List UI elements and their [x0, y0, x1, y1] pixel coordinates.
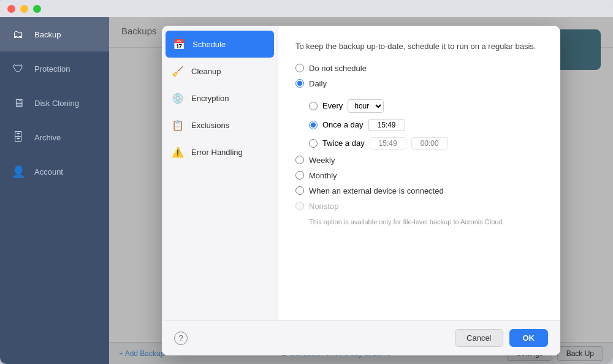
option-when-external[interactable]: When an external device is connected — [295, 186, 543, 195]
archive-icon: 🗄 — [10, 129, 27, 146]
sidebar-item-backup[interactable]: 🗂 Backup — [0, 17, 109, 51]
ok-button[interactable]: OK — [509, 329, 549, 347]
sidebar-item-disk-cloning[interactable]: 🖥 Disk Cloning — [0, 86, 109, 120]
main-content: Backups Documents ite4TB 1.64 TB free ea… — [109, 17, 613, 364]
radio-monthly[interactable] — [295, 171, 304, 180]
protection-icon: 🛡 — [10, 60, 27, 77]
sidebar: 🗂 Backup 🛡 Protection 🖥 Disk Cloning 🗄 A… — [0, 17, 109, 364]
backup-icon: 🗂 — [10, 26, 27, 43]
label-once-a-day: Once a day — [322, 120, 364, 129]
sidebar-label-disk-cloning: Disk Cloning — [34, 99, 79, 108]
schedule-options: Do not schedule Daily — [295, 64, 543, 226]
dialog-sidebar-item-schedule[interactable]: 📅 Schedule — [166, 31, 274, 58]
label-do-not-schedule: Do not schedule — [309, 64, 367, 73]
encryption-icon: 💿 — [170, 91, 185, 105]
option-twice-a-day: Twice a day — [309, 137, 543, 150]
sidebar-item-account[interactable]: 👤 Account — [0, 154, 109, 189]
dialog-sidebar-item-error-handling[interactable]: ⚠️ Error Handling — [162, 138, 278, 165]
titlebar — [0, 0, 613, 17]
radio-daily[interactable] — [295, 79, 304, 88]
dialog-backdrop: 📅 Schedule 🧹 Cleanup 💿 Encryption — [109, 17, 613, 364]
dialog-sidebar-label-cleanup: Cleanup — [191, 67, 221, 76]
label-every: Every — [322, 101, 343, 110]
disk-cloning-icon: 🖥 — [10, 94, 27, 112]
app-body: 🗂 Backup 🛡 Protection 🖥 Disk Cloning 🗄 A… — [0, 17, 613, 364]
option-once-a-day: Once a day — [309, 119, 543, 131]
dialog-main: To keep the backup up-to-date, schedule … — [278, 26, 560, 320]
option-nonstop[interactable]: Nonstop — [295, 202, 543, 211]
label-when-external: When an external device is connected — [309, 186, 444, 195]
label-weekly: Weekly — [309, 156, 335, 165]
label-twice-a-day: Twice a day — [322, 138, 365, 148]
label-daily: Daily — [309, 79, 327, 88]
radio-when-external[interactable] — [295, 186, 304, 195]
dialog-sidebar-item-encryption[interactable]: 💿 Encryption — [162, 85, 278, 112]
maximize-button[interactable] — [33, 5, 41, 13]
radio-weekly[interactable] — [295, 156, 304, 164]
sidebar-label-archive: Archive — [34, 133, 61, 142]
dialog-sidebar-item-cleanup[interactable]: 🧹 Cleanup — [162, 58, 278, 85]
option-every: Every hour — [309, 99, 543, 113]
sidebar-label-account: Account — [34, 167, 63, 176]
nonstop-note: This option is available only for file-l… — [309, 218, 543, 226]
sidebar-item-archive[interactable]: 🗄 Archive — [0, 120, 109, 154]
cleanup-icon: 🧹 — [170, 64, 185, 78]
help-button[interactable]: ? — [174, 332, 188, 345]
time-input-twice-2[interactable] — [411, 137, 448, 150]
sidebar-label-backup: Backup — [34, 30, 61, 39]
sidebar-label-protection: Protection — [34, 64, 70, 74]
dialog-sidebar: 📅 Schedule 🧹 Cleanup 💿 Encryption — [162, 26, 278, 320]
time-input-twice-1[interactable] — [370, 137, 406, 150]
option-do-not-schedule[interactable]: Do not schedule — [295, 64, 543, 73]
dialog-sidebar-label-encryption: Encryption — [191, 94, 229, 103]
dialog-sidebar-label-exclusions: Exclusions — [191, 121, 229, 130]
dialog-footer: ? Cancel OK — [162, 320, 560, 355]
app-window: 🗂 Backup 🛡 Protection 🖥 Disk Cloning 🗄 A… — [0, 0, 613, 364]
dialog-body: 📅 Schedule 🧹 Cleanup 💿 Encryption — [162, 26, 560, 320]
radio-do-not-schedule[interactable] — [295, 64, 304, 72]
minimize-button[interactable] — [20, 5, 28, 13]
footer-buttons: Cancel OK — [455, 329, 548, 347]
schedule-dialog: 📅 Schedule 🧹 Cleanup 💿 Encryption — [162, 26, 560, 355]
radio-nonstop — [295, 202, 304, 210]
daily-options: Every hour Once a day — [309, 99, 543, 150]
cancel-button[interactable]: Cancel — [455, 329, 503, 347]
hour-select[interactable]: hour — [348, 99, 384, 113]
label-nonstop: Nonstop — [309, 202, 338, 211]
schedule-icon: 📅 — [172, 37, 186, 51]
error-handling-icon: ⚠️ — [170, 145, 185, 159]
close-button[interactable] — [7, 5, 15, 13]
radio-once-a-day[interactable] — [309, 121, 318, 129]
option-monthly[interactable]: Monthly — [295, 171, 543, 180]
dialog-sidebar-label-error-handling: Error Handling — [191, 148, 243, 157]
dialog-sidebar-item-exclusions[interactable]: 📋 Exclusions — [162, 112, 278, 138]
dialog-sidebar-label-schedule: Schedule — [192, 40, 226, 49]
label-monthly: Monthly — [309, 171, 337, 180]
time-input-once[interactable] — [368, 119, 405, 131]
account-icon: 👤 — [10, 163, 27, 180]
option-daily[interactable]: Daily — [295, 79, 543, 88]
sidebar-item-protection[interactable]: 🛡 Protection — [0, 51, 109, 86]
dialog-description: To keep the backup up-to-date, schedule … — [295, 40, 543, 53]
option-weekly[interactable]: Weekly — [295, 156, 543, 165]
radio-twice-a-day[interactable] — [309, 139, 318, 148]
exclusions-icon: 📋 — [170, 118, 185, 132]
radio-every[interactable] — [309, 102, 318, 110]
